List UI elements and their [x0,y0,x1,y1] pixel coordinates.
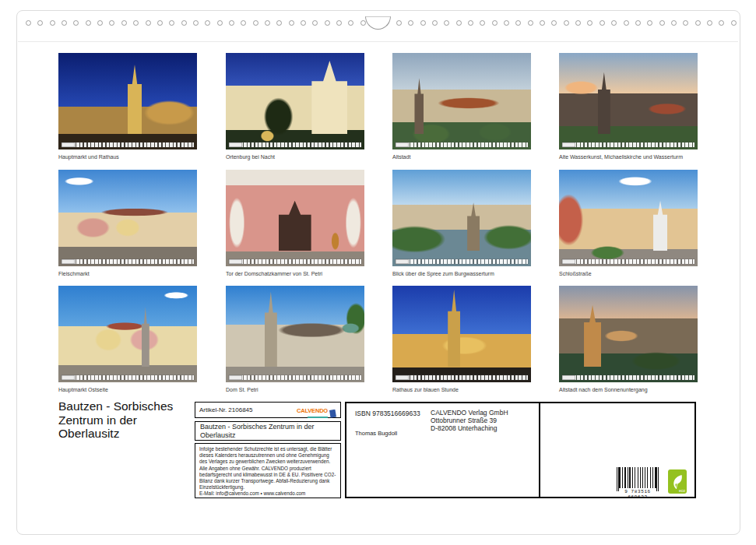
binding-hole [540,20,545,26]
binding-hole [480,20,485,26]
photo-caption: Tor der Domschatzkammer von St. Petri [226,270,364,277]
isbn: ISBN 9783516669633 [355,410,420,417]
photo-caption: Schloßstraße [559,270,698,277]
binding-hole [528,20,533,26]
calendar-month-thumbnail: Altstadt nach dem Sonnenuntergang [559,286,698,382]
ean-barcode: 9 783516 669633 [615,467,660,495]
binding-hole [635,20,641,26]
photo-caption: Hauptmarkt Ostseite [58,386,197,393]
date-strip [62,375,194,380]
binding-hole [97,20,103,26]
binding-hole [312,20,318,26]
month-photo [559,170,698,266]
binding-hole [289,20,294,26]
binding-hole [624,20,629,26]
binding-hole [157,20,163,26]
article-number: Artikel-Nr. 2106845 [199,406,252,413]
binding-hole [205,20,210,26]
binding-hole [420,20,426,26]
calendar-title-small: Bautzen - Sorbisches Zentrum in der Ober… [200,423,336,439]
binding-hole [671,20,677,26]
photo-caption: Fleischmarkt [58,270,197,277]
calendar-month-thumbnail: Dom St. Petri [226,286,364,382]
eco-label: eco [679,489,685,493]
barcode-digits: 9 783516 669633 [615,489,660,500]
month-photo [58,53,197,149]
binding-hole [169,20,174,26]
photo-caption: Alte Wasserkunst, Michaeliskirche und Wa… [559,153,698,160]
binding-hole [515,20,521,26]
binding-hole [492,20,498,26]
date-strip [396,259,528,264]
date-strip [562,142,694,147]
binding-hole [456,20,462,26]
date-strip [62,142,194,147]
calendar-month-thumbnail: Alte Wasserkunst, Michaeliskirche und Wa… [559,53,698,149]
binding-hole [62,20,67,26]
binding-hole [600,20,605,26]
article-number-box: Artikel-Nr. 2106845 CALVENDO [195,402,341,418]
binding-hole [611,20,617,26]
binding-hole [253,20,258,26]
binding-hole [695,20,701,26]
binding-hole [86,20,91,26]
tower-silhouette [414,78,424,134]
binding-hole [348,20,353,26]
date-strip [229,375,361,380]
binding-hole [504,20,509,26]
calendar-month-thumbnail: Blick über die Spree zum Burgwasserturm [392,170,531,266]
date-strip [396,375,528,380]
binding-hole [193,20,199,26]
tower-silhouette [448,290,460,367]
month-photo [226,286,364,382]
binding-hole [217,20,223,26]
photo-caption: Ortenburg bei Nacht [226,153,364,160]
binding-hole [181,20,187,26]
calvendo-logo-text: CALVENDO [297,407,328,414]
tower-silhouette [584,305,601,367]
binding-hole [50,20,55,26]
binding-hole [73,20,79,26]
month-photo [559,53,698,149]
binding-hole [121,20,127,26]
legal-text: Infolge bestehender Schutzrechte ist es … [199,446,336,490]
tower-silhouette [598,72,610,134]
calendar-month-thumbnail: Fleischmarkt [58,170,197,266]
date-strip [562,259,694,264]
month-photo [559,286,698,382]
binding-hole [265,20,270,26]
binding-hole [575,20,581,26]
date-strip [229,259,361,264]
publisher-box-divider [539,403,540,497]
binding-hole [659,20,665,26]
month-photo [226,170,364,266]
binding-hole [719,20,724,26]
binding-hole [408,20,413,26]
binding-hole [444,20,449,26]
binding-hole [325,20,330,26]
binding-hole [146,20,151,26]
calendar-month-thumbnail: Hauptmarkt und Rathaus [58,53,197,149]
tower-silhouette [279,201,311,251]
binding-hole [647,20,652,26]
binding-hole [360,20,366,26]
eco-logo: eco [668,469,687,494]
binding-hole [551,20,557,26]
binding-hole [301,20,306,26]
tower-silhouette [653,201,667,251]
month-photo [392,286,531,382]
photo-caption: Blick über die Spree zum Burgwasserturm [392,270,531,277]
binding-hole [276,20,282,26]
binding-hole [109,20,114,26]
binding-hole [336,20,342,26]
month-photo [58,286,197,382]
barcode-bars [617,467,658,488]
calendar-month-thumbnail: Hauptmarkt Ostseite [58,286,197,382]
calvendo-logo-icon [329,410,336,418]
photo-caption: Rathaus zur blauen Stunde [392,386,531,393]
photo-caption: Hauptmarkt und Rathaus [58,153,197,160]
calendar-month-thumbnail: Rathaus zur blauen Stunde [392,286,531,382]
binding-hole [133,20,139,26]
calvendo-logo: CALVENDO [297,402,336,418]
contact-line: E-Mail: info@calvendo.com • www.calvendo… [199,490,336,497]
